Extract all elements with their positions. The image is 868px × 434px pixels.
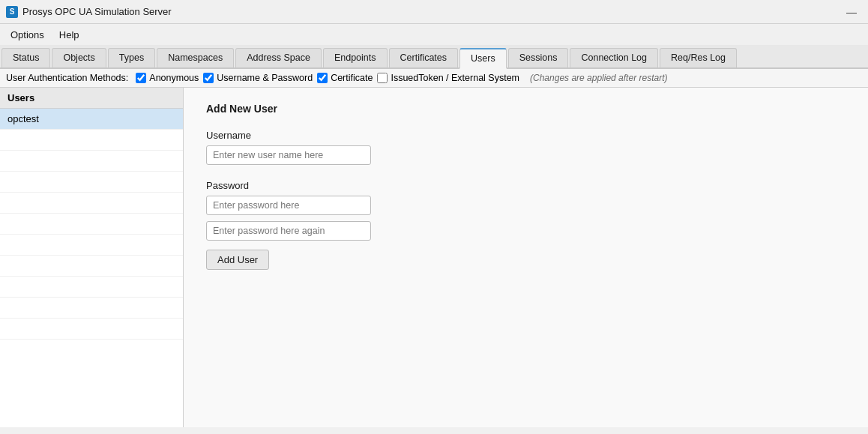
sidebar-empty-row-3 [0,172,183,193]
sidebar-empty-row-2 [0,151,183,172]
username-input[interactable] [206,145,371,165]
title-bar: S Prosys OPC UA Simulation Server — [0,0,868,24]
detail-header: Add New User [206,103,846,115]
sidebar-empty-row-8 [0,277,183,298]
minimize-button[interactable]: — [841,4,862,20]
auth-certificate-checkbox[interactable] [317,73,328,83]
menu-help[interactable]: Help [52,26,87,43]
tab-req-res-log[interactable]: Req/Res Log [660,48,737,67]
username-label: Username [206,130,846,141]
auth-bar: User Authentication Methods: Anonymous U… [0,69,868,88]
auth-bar-label: User Authentication Methods: [6,73,128,83]
auth-issued-token-checkbox[interactable] [377,73,388,83]
auth-username-checkbox[interactable] [203,73,214,83]
password-section: Password Add User [206,180,846,270]
sidebar-empty-row-7 [0,256,183,277]
sidebar-rows: opctest [0,109,183,340]
tab-objects[interactable]: Objects [52,48,106,67]
password-label: Password [206,180,846,191]
tab-address-space[interactable]: Address Space [235,48,322,67]
tab-types[interactable]: Types [108,48,155,67]
auth-anonymous-checkbox[interactable] [136,73,146,83]
password-input[interactable] [206,196,371,215]
app-title: Prosys OPC UA Simulation Server [22,6,172,17]
detail-panel: Add New User Username Password Add User [184,88,868,427]
sidebar-empty-row-9 [0,298,183,319]
sidebar-empty-row-4 [0,193,183,214]
sidebar: Users opctest [0,88,184,427]
sidebar-empty-row-6 [0,235,183,256]
title-bar-controls: — [841,4,862,20]
tab-endpoints[interactable]: Endpoints [323,48,388,67]
sidebar-header: Users [0,88,183,109]
menu-options[interactable]: Options [3,26,52,43]
sidebar-empty-row-5 [0,214,183,235]
sidebar-empty-row-10 [0,319,183,340]
auth-item-username-password: Username & Password [203,73,313,83]
app-icon: S [6,6,18,18]
add-user-button[interactable]: Add User [206,250,269,270]
password-confirm-input[interactable] [206,221,371,241]
auth-anonymous-label: Anonymous [149,73,199,83]
tab-sessions[interactable]: Sessions [508,48,569,67]
auth-certificate-label: Certificate [331,73,373,83]
auth-note: (Changes are applied after restart) [530,73,667,83]
auth-issued-token-label: IssuedToken / External System [391,73,519,83]
tab-users[interactable]: Users [459,48,507,69]
tab-certificates[interactable]: Certificates [389,48,459,67]
sidebar-item-opctest[interactable]: opctest [0,109,183,130]
auth-item-certificate: Certificate [317,73,373,83]
tab-bar: Status Objects Types Namespaces Address … [0,45,868,69]
auth-item-anonymous: Anonymous [136,73,199,83]
username-section: Username [206,130,846,165]
tab-status[interactable]: Status [1,48,50,67]
auth-item-issued-token: IssuedToken / External System [377,73,519,83]
tab-namespaces[interactable]: Namespaces [157,48,234,67]
menu-bar: Options Help [0,24,868,45]
main-content: Users opctest Add New User Username Pass… [0,88,868,427]
tab-connection-log[interactable]: Connection Log [570,48,658,67]
sidebar-empty-row-1 [0,130,183,151]
title-bar-left: S Prosys OPC UA Simulation Server [6,6,172,18]
auth-username-label: Username & Password [217,73,313,83]
